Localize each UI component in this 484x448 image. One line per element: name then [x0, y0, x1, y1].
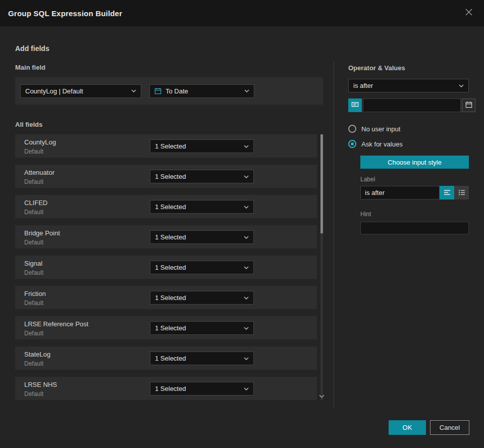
main-field-heading: Main field	[15, 64, 334, 71]
dialog-title: Group SQL Expression Builder	[8, 9, 122, 18]
chevron-down-icon	[244, 387, 249, 390]
label-input[interactable]	[360, 186, 440, 200]
field-row-statelog: StateLog Default 1 Selected	[15, 346, 317, 370]
field-name: LRSE Reference Post	[24, 320, 88, 328]
date-granularity-dropdown[interactable]: To Date	[149, 84, 254, 98]
chevron-down-icon	[244, 175, 249, 178]
list-scrollbar-thumb[interactable]	[320, 134, 323, 233]
calendar-icon	[154, 87, 162, 94]
scroll-down-chevron-icon[interactable]	[319, 391, 325, 400]
main-field-dropdown-value: CountyLog | Default	[25, 87, 127, 95]
chevron-down-icon	[244, 296, 249, 300]
field-subtitle: Default	[24, 148, 43, 155]
field-name: Signal	[24, 260, 42, 267]
field-row-countylog: CountyLog Default 1 Selected	[15, 134, 317, 158]
text-input-style-button[interactable]	[440, 186, 454, 200]
all-fields-list: CountyLog Default 1 Selected Attenuator …	[15, 134, 323, 400]
static-value-icon	[351, 101, 359, 110]
dialog-body: Add fields Main field CountyLog | Defaul…	[0, 26, 484, 408]
hint-input[interactable]	[360, 222, 469, 234]
field-subtitle: Default	[24, 300, 43, 307]
bulleted-list-icon	[458, 188, 465, 197]
add-fields-heading: Add fields	[15, 44, 334, 53]
radio-unselected-icon	[348, 125, 356, 133]
operator-dropdown-value: is after	[353, 82, 455, 89]
chevron-down-icon	[244, 327, 249, 330]
group-sql-expression-builder-dialog: Group SQL Expression Builder Add fields …	[0, 0, 484, 448]
field-selected-value: 1 Selected	[155, 385, 240, 392]
field-selected-dropdown[interactable]: 1 Selected	[150, 170, 254, 183]
field-row-lrse-nhs: LRSE NHS Default 1 Selected	[15, 377, 317, 400]
operator-dropdown[interactable]: is after	[348, 79, 469, 92]
main-field-panel: CountyLog | Default To Date	[15, 77, 323, 105]
field-selected-dropdown[interactable]: 1 Selected	[150, 200, 254, 214]
field-subtitle: Default	[24, 360, 43, 367]
value-input[interactable]	[363, 98, 461, 112]
field-subtitle: Default	[24, 330, 43, 337]
field-row-signal: Signal Default 1 Selected	[15, 256, 317, 279]
close-button[interactable]	[462, 6, 476, 20]
field-row-friction: Friction Default 1 Selected	[15, 286, 317, 309]
close-icon	[465, 8, 473, 18]
chevron-down-icon	[244, 89, 249, 92]
radio-ask-for-values[interactable]: Ask for values	[348, 138, 484, 150]
radio-no-user-input[interactable]: No user input	[348, 123, 484, 134]
main-field-dropdown[interactable]: CountyLog | Default	[20, 84, 141, 98]
operator-values-heading: Operator & Values	[348, 64, 484, 72]
field-selected-value: 1 Selected	[155, 233, 240, 241]
field-selected-value: 1 Selected	[155, 173, 240, 180]
field-selected-value: 1 Selected	[155, 294, 240, 302]
field-selected-dropdown[interactable]: 1 Selected	[150, 291, 254, 305]
field-name: Friction	[24, 290, 46, 297]
radio-label: Ask for values	[361, 140, 403, 148]
field-row-clifed: CLIFED Default 1 Selected	[15, 195, 317, 218]
field-selected-dropdown[interactable]: 1 Selected	[150, 230, 254, 244]
cancel-button[interactable]: Cancel	[430, 420, 469, 435]
dialog-header: Group SQL Expression Builder	[0, 0, 484, 26]
chevron-down-icon	[244, 357, 249, 360]
field-selected-value: 1 Selected	[155, 142, 240, 150]
field-selected-value: 1 Selected	[155, 324, 240, 332]
field-selected-dropdown[interactable]: 1 Selected	[150, 352, 254, 365]
list-input-style-button[interactable]	[454, 186, 469, 200]
operator-values-section: Operator & Values is after	[334, 26, 484, 408]
radio-selected-icon	[348, 140, 356, 148]
field-row-lrse-reference-post: LRSE Reference Post Default 1 Selected	[15, 316, 317, 339]
chevron-down-icon	[244, 206, 249, 209]
field-row-bridge-point: Bridge Point Default 1 Selected	[15, 225, 317, 248]
field-subtitle: Default	[24, 269, 43, 276]
user-input-radio-group: No user input Ask for values	[348, 123, 484, 150]
label-input-row	[360, 186, 469, 200]
field-name: Attenuator	[24, 169, 55, 176]
field-selected-dropdown[interactable]: 1 Selected	[150, 321, 254, 335]
hint-caption: Hint	[360, 211, 484, 218]
field-subtitle: Default	[24, 239, 43, 246]
fields-section: Add fields Main field CountyLog | Defaul…	[0, 26, 334, 408]
field-name: LRSE NHS	[24, 381, 57, 388]
align-left-icon	[444, 188, 451, 197]
field-name: CountyLog	[24, 138, 56, 146]
field-row-attenuator: Attenuator Default 1 Selected	[15, 165, 317, 188]
chevron-down-icon	[131, 89, 136, 92]
field-selected-value: 1 Selected	[155, 355, 240, 362]
chevron-down-icon	[244, 266, 249, 269]
chevron-down-icon	[244, 145, 249, 148]
radio-label: No user input	[361, 125, 400, 133]
chevron-down-icon	[244, 236, 249, 239]
choose-input-style-button[interactable]: Choose input style	[360, 156, 469, 169]
field-selected-dropdown[interactable]: 1 Selected	[150, 261, 254, 274]
chevron-down-icon	[459, 84, 464, 87]
field-selected-dropdown[interactable]: 1 Selected	[150, 139, 254, 153]
date-picker-button[interactable]	[462, 98, 475, 112]
field-subtitle: Default	[24, 209, 43, 216]
value-input-row	[348, 98, 469, 112]
field-name: Bridge Point	[24, 229, 60, 237]
date-granularity-value: To Date	[166, 87, 240, 95]
static-value-button[interactable]	[348, 98, 362, 112]
field-name: StateLog	[24, 351, 50, 358]
field-selected-value: 1 Selected	[155, 203, 240, 211]
field-subtitle: Default	[24, 178, 43, 185]
ok-button[interactable]: OK	[389, 420, 426, 435]
field-selected-dropdown[interactable]: 1 Selected	[150, 382, 254, 395]
label-caption: Label	[360, 176, 484, 183]
